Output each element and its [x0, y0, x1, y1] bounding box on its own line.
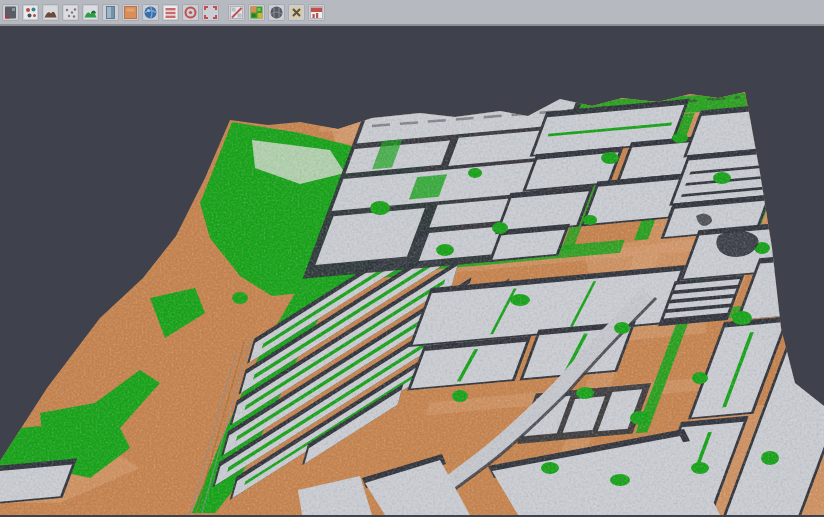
orthophoto-icon[interactable] [122, 4, 139, 21]
extent-icon[interactable] [202, 4, 219, 21]
raster-icon[interactable] [228, 4, 245, 21]
scene-3d-render [0, 26, 824, 515]
histogram-icon[interactable] [308, 4, 325, 21]
terrain-icon[interactable] [42, 4, 59, 21]
point-cloud-icon[interactable] [22, 4, 39, 21]
mesh-icon[interactable] [268, 4, 285, 21]
vegetation-icon[interactable] [82, 4, 99, 21]
sparse-points-icon[interactable] [62, 4, 79, 21]
layers-icon[interactable] [162, 4, 179, 21]
toolbar [0, 0, 824, 26]
clear-icon[interactable] [288, 4, 305, 21]
viewport-3d[interactable] [0, 26, 824, 515]
application-window [0, 0, 824, 517]
dataset-icon[interactable] [2, 4, 19, 21]
classification-icon[interactable] [248, 4, 265, 21]
globe-icon[interactable] [142, 4, 159, 21]
profile-icon[interactable] [102, 4, 119, 21]
target-icon[interactable] [182, 4, 199, 21]
